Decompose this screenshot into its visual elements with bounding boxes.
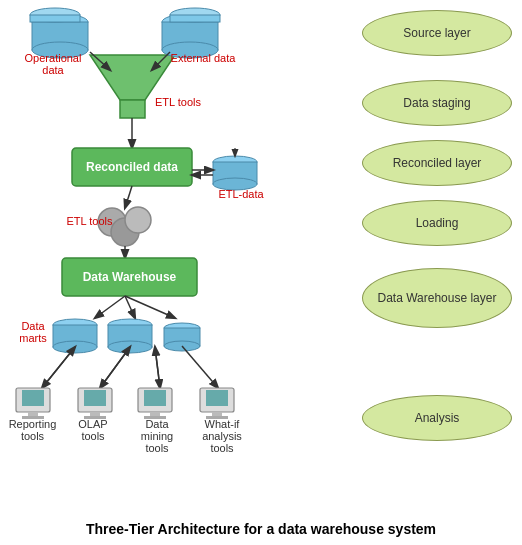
svg-line-43 (155, 347, 160, 388)
svg-rect-47 (22, 390, 44, 406)
svg-point-2 (32, 14, 88, 30)
svg-point-16 (213, 156, 257, 168)
svg-rect-34 (108, 325, 152, 347)
svg-rect-56 (150, 412, 160, 416)
page-title: Three-Tier Architecture for a data wareh… (0, 521, 522, 537)
svg-rect-8 (162, 22, 218, 50)
etl-data-label: ETL-data (215, 188, 267, 200)
data-warehouse-box-label: Data Warehouse (62, 258, 197, 296)
reconciled-data-box-label: Reconciled data (72, 148, 192, 186)
data-marts-label: Data marts (8, 320, 58, 344)
svg-line-29 (125, 296, 175, 318)
olap-tools-label: OLAP tools (68, 418, 118, 442)
svg-point-38 (164, 341, 200, 351)
svg-rect-48 (28, 412, 38, 416)
svg-point-5 (30, 8, 80, 22)
etl-tools-label-2: ETL tools (62, 215, 117, 227)
svg-rect-17 (213, 162, 257, 184)
svg-line-24 (125, 186, 132, 208)
svg-line-39 (42, 347, 75, 388)
data-mining-label: Data mining tools (128, 418, 186, 454)
data-staging-oval: Data staging (362, 80, 512, 126)
svg-line-45 (182, 346, 218, 388)
svg-rect-11 (170, 15, 220, 22)
svg-rect-46 (16, 388, 50, 412)
reporting-tools-label: Reporting tools (5, 418, 60, 442)
svg-line-28 (125, 296, 135, 318)
whatif-tools-label: What-if analysis tools (192, 418, 252, 454)
svg-rect-3 (32, 22, 88, 50)
svg-marker-0 (90, 55, 175, 100)
analysis-oval: Analysis (362, 395, 512, 441)
svg-point-23 (125, 207, 151, 233)
operational-data-label: Operational data (18, 52, 88, 76)
svg-line-40 (42, 347, 75, 388)
svg-point-10 (170, 8, 220, 22)
data-warehouse-layer-oval: Data Warehouse layer (362, 268, 512, 328)
svg-point-33 (108, 319, 152, 331)
reconciled-layer-oval: Reconciled layer (362, 140, 512, 186)
svg-point-7 (162, 14, 218, 30)
etl-tools-label-1: ETL tools (148, 96, 208, 108)
svg-line-27 (95, 296, 125, 318)
svg-rect-58 (200, 388, 234, 412)
svg-point-36 (164, 323, 200, 333)
svg-point-30 (53, 319, 97, 331)
svg-point-32 (53, 341, 97, 353)
external-data-label: External data (168, 52, 238, 64)
svg-rect-60 (212, 412, 222, 416)
svg-rect-51 (84, 390, 106, 406)
svg-rect-37 (164, 328, 200, 346)
svg-rect-52 (90, 412, 100, 416)
svg-line-42 (100, 347, 130, 388)
svg-rect-59 (206, 390, 228, 406)
svg-rect-54 (138, 388, 172, 412)
svg-line-44 (155, 347, 160, 388)
svg-rect-6 (30, 15, 80, 22)
loading-oval: Loading (362, 200, 512, 246)
svg-rect-31 (53, 325, 97, 347)
svg-point-35 (108, 341, 152, 353)
source-layer-oval: Source layer (362, 10, 512, 56)
svg-line-41 (100, 347, 130, 388)
svg-line-12 (90, 52, 110, 70)
svg-rect-1 (120, 100, 145, 118)
diagram-container: Operational data External data ETL tools… (0, 0, 522, 545)
svg-rect-55 (144, 390, 166, 406)
svg-rect-50 (78, 388, 112, 412)
